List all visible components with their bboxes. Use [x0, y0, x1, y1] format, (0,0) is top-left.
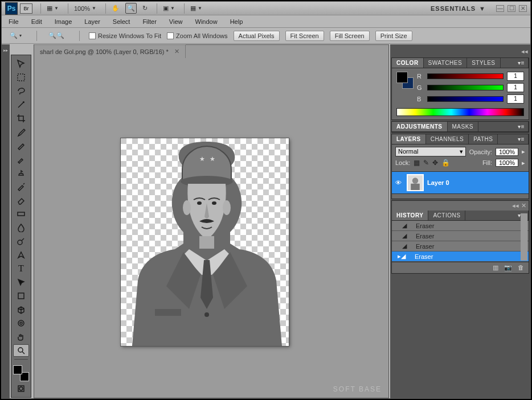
dodge-tool-icon[interactable] [13, 235, 29, 248]
layer-row-layer0[interactable]: 👁 Layer 0 [392, 171, 529, 194]
tab-masks[interactable]: MASKS [448, 122, 479, 131]
camera-tool-icon[interactable] [13, 317, 29, 329]
type-tool-icon[interactable]: T [13, 262, 29, 275]
tab-history[interactable]: HISTORY [392, 211, 428, 220]
opacity-arrow-icon[interactable]: ▸ [522, 148, 525, 155]
lock-all-icon[interactable]: 🔒 [441, 159, 450, 167]
blend-mode-dropdown[interactable]: Normal▾ [395, 147, 466, 156]
g-slider[interactable] [427, 85, 504, 90]
new-document-from-state-icon[interactable]: ▥ [493, 264, 498, 271]
lasso-tool-icon[interactable] [13, 85, 29, 97]
actual-pixels-button[interactable]: Actual Pixels [234, 31, 280, 41]
canvas-viewport[interactable]: ★ ★ [34, 59, 388, 398]
menu-select[interactable]: Select [112, 17, 132, 26]
tab-channels[interactable]: CHANNELS [426, 134, 469, 144]
color-panel-swatch[interactable] [396, 72, 414, 89]
document-tab[interactable]: sharl de Gol.png @ 100% (Layer 0, RGB/16… [34, 44, 186, 58]
lock-transparency-icon[interactable]: ▦ [414, 159, 420, 167]
zoom-tool-icon[interactable]: 🔍 [125, 3, 137, 14]
history-item[interactable]: ◢Eraser [392, 231, 529, 241]
close-button[interactable]: ✕ [519, 5, 527, 12]
r-slider[interactable] [427, 73, 504, 79]
zoom-tool-selected-icon[interactable] [13, 344, 29, 357]
menu-filter[interactable]: Filter [141, 17, 157, 26]
foreground-background-swatch[interactable] [13, 365, 29, 381]
new-snapshot-icon[interactable]: 📷 [504, 264, 512, 271]
minimize-button[interactable]: — [496, 5, 504, 12]
fit-screen-button[interactable]: Fit Screen [285, 31, 324, 41]
dock-collapse-bar[interactable]: ◂◂ [390, 47, 530, 56]
rotate-view-icon[interactable]: ↻ [140, 3, 150, 14]
lock-pixels-icon[interactable]: ✎ [423, 159, 429, 167]
menu-view[interactable]: View [168, 17, 184, 26]
opacity-field[interactable]: 100% [496, 148, 518, 156]
eraser-tool-icon[interactable] [13, 194, 29, 207]
gradient-tool-icon[interactable] [13, 208, 29, 220]
history-item-current[interactable]: ▸◢Eraser [392, 251, 529, 262]
path-selection-tool-icon[interactable] [13, 276, 29, 288]
crop-tool-icon[interactable] [13, 112, 29, 125]
clone-stamp-tool-icon[interactable] [13, 167, 29, 179]
tab-actions[interactable]: ACTIONS [428, 211, 465, 220]
artboard[interactable]: ★ ★ [121, 138, 289, 346]
screen-mode-dropdown[interactable]: ▣▼ [161, 3, 177, 14]
resize-windows-checkbox[interactable]: Resize Windows To Fit [89, 32, 161, 39]
pen-tool-icon[interactable] [13, 249, 29, 261]
3d-tool-icon[interactable] [13, 303, 29, 316]
panel-menu-icon[interactable]: ▾≡ [514, 58, 529, 68]
menu-help[interactable]: Help [229, 17, 244, 26]
close-panel-icon[interactable]: ✕ [521, 202, 526, 209]
fill-screen-button[interactable]: Fill Screen [330, 31, 370, 41]
fill-arrow-icon[interactable]: ▸ [522, 159, 525, 167]
tab-adjustments[interactable]: ADJUSTMENTS [392, 122, 448, 131]
tab-paths[interactable]: PATHS [469, 134, 498, 144]
lock-position-icon[interactable]: ✥ [432, 159, 438, 167]
b-value[interactable]: 1 [507, 94, 524, 104]
layout-dropdown[interactable]: ▦▼ [44, 3, 61, 14]
history-item[interactable]: ◢Eraser [392, 221, 529, 231]
quick-mask-icon[interactable] [13, 382, 29, 395]
g-value[interactable]: 1 [507, 83, 524, 92]
panel-menu-icon[interactable]: ▾≡ [514, 122, 529, 131]
move-tool-icon[interactable] [13, 57, 29, 70]
tab-color[interactable]: COLOR [392, 58, 424, 68]
blur-tool-icon[interactable] [13, 221, 29, 234]
zoom-all-checkbox[interactable]: Zoom All Windows [167, 32, 227, 39]
workspace-switcher[interactable]: ESSENTIALS▼ [427, 4, 489, 13]
history-brush-tool-icon[interactable] [13, 180, 29, 193]
b-slider[interactable] [427, 96, 504, 102]
magic-wand-tool-icon[interactable] [13, 98, 29, 111]
close-tab-icon[interactable]: ✕ [174, 48, 179, 55]
color-spectrum[interactable] [396, 108, 524, 116]
menu-window[interactable]: Window [194, 17, 219, 26]
bridge-logo-icon[interactable]: Br [20, 3, 32, 14]
menu-layer[interactable]: Layer [83, 17, 101, 26]
collapse-arrow-icon[interactable]: ◂◂ [512, 202, 519, 209]
left-dock-gutter[interactable]: ▸▸ [2, 44, 10, 398]
fill-field[interactable]: 100% [496, 159, 518, 167]
photoshop-logo-icon[interactable]: Ps [5, 2, 18, 15]
visibility-eye-icon[interactable]: 👁 [395, 179, 404, 186]
zoom-level-dropdown[interactable]: 100%▼ [72, 3, 99, 14]
maximize-button[interactable]: ☐ [508, 5, 515, 12]
arrange-docs-dropdown[interactable]: ▦▼ [188, 3, 204, 14]
menu-file[interactable]: File [7, 17, 20, 26]
history-item[interactable]: ◢Eraser [392, 241, 529, 251]
eyedropper-tool-icon[interactable] [13, 126, 29, 138]
zoom-in-out-icon[interactable]: 🔍🔍 [46, 31, 67, 41]
hand-tool-icon[interactable] [13, 331, 29, 343]
foreground-color-swatch[interactable] [13, 365, 22, 374]
print-size-button[interactable]: Print Size [375, 31, 412, 41]
delete-state-icon[interactable]: 🗑 [518, 264, 524, 271]
layer-thumbnail[interactable] [407, 174, 424, 191]
hand-tool-icon[interactable]: ✋ [109, 3, 122, 14]
marquee-tool-icon[interactable] [13, 71, 29, 84]
layer-name[interactable]: Layer 0 [427, 179, 449, 186]
history-scrollbar[interactable] [521, 213, 527, 261]
menu-image[interactable]: Image [54, 17, 73, 26]
tab-layers[interactable]: LAYERS [392, 134, 426, 144]
menu-edit[interactable]: Edit [30, 17, 43, 26]
tool-preset-dropdown[interactable]: 🔍▾ [7, 31, 24, 41]
tab-styles[interactable]: STYLES [467, 58, 500, 68]
healing-brush-tool-icon[interactable] [13, 139, 29, 152]
